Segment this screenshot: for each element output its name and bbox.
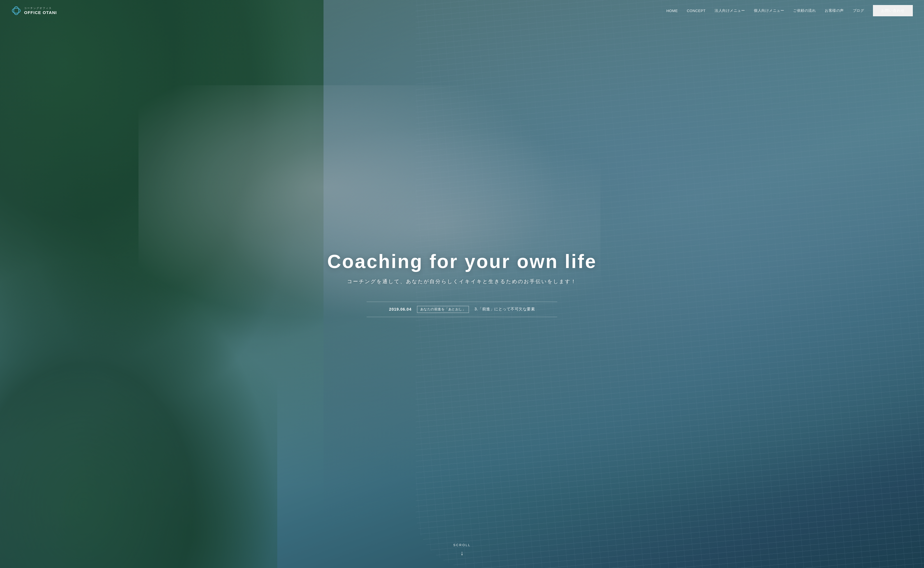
nav-corporate-menu[interactable]: 法人向けメニュー xyxy=(714,8,745,13)
nav-blog[interactable]: ブログ xyxy=(853,8,864,13)
nav-personal-menu[interactable]: 個人向けメニュー xyxy=(754,8,784,13)
logo-name: OFFICE OTANI xyxy=(24,10,57,15)
scroll-arrow-icon: ↓ xyxy=(453,550,471,557)
logo-text-group: コーチングオフィス OFFICE OTANI xyxy=(24,6,57,15)
nav-concept[interactable]: CONCEPT xyxy=(687,9,706,13)
site-header: コーチングオフィス OFFICE OTANI HOME CONCEPT 法人向け… xyxy=(0,0,924,21)
hero-content: Coaching for your own life コーチングを通して、あなた… xyxy=(92,251,832,317)
logo-icon xyxy=(11,6,21,16)
news-bar: 2019.06.04 あなたの前進を「あとおし」 3.「前進」にとって不可欠な要… xyxy=(367,302,557,317)
hero-subtitle: コーチングを通して、あなたが自分らしくイキイキと生きるためのお手伝いをします！ xyxy=(92,278,832,285)
news-tag[interactable]: あなたの前進を「あとおし」 xyxy=(417,306,469,313)
logo-subtext: コーチングオフィス xyxy=(24,6,57,10)
site-logo[interactable]: コーチングオフィス OFFICE OTANI xyxy=(11,6,57,16)
hero-title: Coaching for your own life xyxy=(92,251,832,272)
main-nav: HOME CONCEPT 法人向けメニュー 個人向けメニュー ご依頼の流れ お客… xyxy=(666,5,913,16)
nav-testimonials[interactable]: お客様の声 xyxy=(825,8,844,13)
contact-button[interactable]: お問い合わせ xyxy=(873,5,913,16)
scroll-label: SCROLL xyxy=(453,543,471,547)
news-date: 2019.06.04 xyxy=(389,307,412,311)
nav-flow[interactable]: ご依頼の流れ xyxy=(793,8,816,13)
news-title[interactable]: 3.「前進」にとって不可欠な要素 xyxy=(474,307,535,312)
hero-section: コーチングオフィス OFFICE OTANI HOME CONCEPT 法人向け… xyxy=(0,0,924,568)
scroll-indicator[interactable]: SCROLL ↓ xyxy=(453,543,471,557)
nav-home[interactable]: HOME xyxy=(666,9,678,13)
